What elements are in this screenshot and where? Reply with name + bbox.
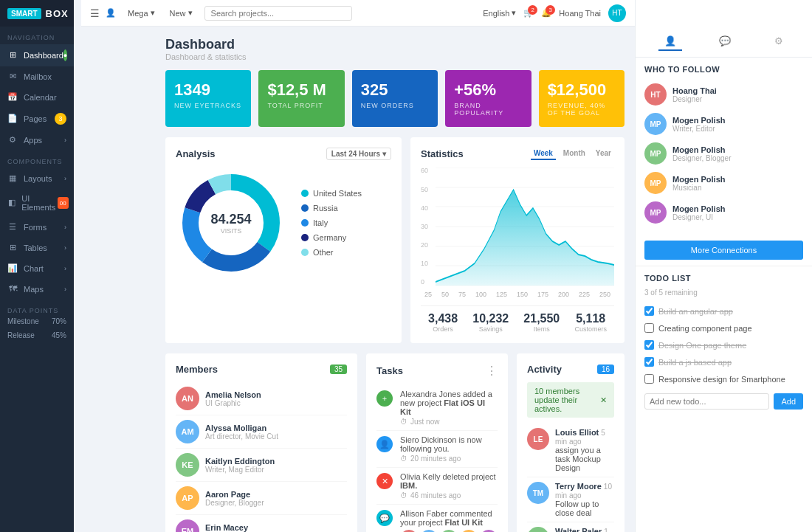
analysis-title: Analysis — [176, 148, 215, 159]
member-aaron: AP Aaron Page Designer, Blogger — [176, 482, 347, 515]
sidebar-item-forms[interactable]: ☰Forms › — [0, 217, 74, 238]
member-info-aaron: Aaron Page Designer, Blogger — [205, 490, 264, 507]
donut-center: 84.254 VISITS — [210, 212, 251, 235]
todo-5: Responsive design for Smartphone — [644, 370, 803, 387]
activity-avatar-3: WP — [527, 527, 549, 532]
follow-info-2: Mogen Polish Writer, Editor — [672, 116, 726, 133]
task-time-2: ⏱ 20 minutes ago — [400, 455, 498, 463]
todo-add-button[interactable]: Add — [774, 393, 803, 410]
task-content-2: Siero Dickinson is now following you. ⏱ … — [400, 435, 498, 463]
who-to-follow-title: Who to follow — [644, 65, 803, 74]
stat-value-revenue: $12,500 — [548, 80, 616, 100]
follow-info-1: Hoang Thai Designer — [672, 86, 717, 103]
sidebar-item-maps[interactable]: 🗺Maps › — [0, 279, 74, 300]
member-avatar-kaitlyn: KE — [176, 453, 199, 477]
search-input[interactable] — [204, 6, 352, 21]
todo-checkbox-2[interactable] — [644, 323, 654, 333]
activity-avatar-2: TM — [527, 482, 549, 504]
member-kaitlyn: KE Kaitlyn Eddington Writer, Mag Editor — [176, 449, 347, 482]
mailbox-icon: ✉ — [7, 72, 18, 82]
hamburger-button[interactable]: ☰ — [90, 7, 100, 19]
rp-tab-chat[interactable]: 💬 — [713, 32, 737, 51]
rp-tab-settings[interactable]: ⚙ — [768, 32, 789, 51]
tab-week[interactable]: Week — [531, 148, 556, 160]
todo-2: Creating component page — [644, 319, 803, 336]
todo-checkbox-1[interactable] — [644, 306, 654, 316]
more-connections-button[interactable]: More Connections — [644, 241, 803, 260]
logo: SMART BOX — [0, 0, 74, 27]
layouts-icon: ▦ — [7, 173, 18, 184]
language-selector[interactable]: English ▾ — [483, 8, 516, 18]
tab-month[interactable]: Month — [560, 148, 588, 160]
sidebar-item-dashboard[interactable]: ⊞Dashboard ● — [0, 44, 74, 66]
follow-avatar-1: HT — [644, 83, 667, 106]
stat-cards: 1349 NEW EYETRACKS $12,5 M TOTAL PROFIT … — [165, 70, 625, 127]
x-axis-labels: 255075100125150175200225250 — [421, 291, 614, 298]
todo-checkbox-4[interactable] — [644, 357, 654, 367]
user-icon: 👤 — [106, 8, 116, 18]
sidebar: SMART BOX Navigation ⊞Dashboard ● ✉Mailb… — [0, 0, 74, 532]
stat-card-popularity: +56% BRAND POPULARITY — [445, 70, 531, 127]
sidebar-item-layouts[interactable]: ▦Layouts › — [0, 168, 74, 189]
follow-1: HT Hoang Thai Designer — [644, 80, 803, 109]
statistics-card: Statistics Week Month Year 60 50 40 30 2… — [410, 137, 625, 343]
cart-button[interactable]: 🛒2 — [523, 8, 534, 18]
task-1: + Alexandra Jones added a new project Fl… — [376, 385, 498, 431]
member-info-kaitlyn: Kaitlyn Eddington Writer, Mag Editor — [205, 457, 275, 474]
topbar-username: Hoang Thai — [559, 9, 601, 18]
member-info-amelia: Amelia Nelson UI Graphic — [205, 390, 261, 407]
topbar-user[interactable]: 👤 — [106, 8, 116, 18]
todo-subtitle: 3 of 5 remaining — [644, 289, 803, 297]
rp-tab-user[interactable]: 👤 — [658, 32, 682, 51]
tab-year[interactable]: Year — [593, 148, 614, 160]
apps-arrow: › — [64, 137, 66, 144]
new-menu[interactable]: New ▾ — [164, 5, 199, 21]
milestone-bar-item: Milestone 70% — [7, 317, 66, 325]
legend-dot-ru — [301, 204, 309, 212]
sidebar-item-chart[interactable]: 📊Chart › — [0, 258, 74, 279]
legend-it: Italy — [301, 218, 362, 227]
mega-menu[interactable]: Mega ▾ — [122, 5, 161, 21]
page-title: Dashboard — [165, 37, 625, 52]
metric-savings: 10,232 Savings — [472, 312, 509, 333]
activity-text-1: Louis Elliot 5 min ago assign you a task… — [555, 428, 614, 472]
stat-card-eyetracks: 1349 NEW EYETRACKS — [165, 70, 251, 127]
tasks-menu[interactable]: ⋮ — [486, 364, 498, 378]
bell-button[interactable]: 🔔3 — [541, 8, 551, 18]
follow-4: MP Mogen Polish Musician — [644, 168, 803, 198]
stat-label-popularity: BRAND POPULARITY — [454, 102, 522, 117]
legend-us: United States — [301, 189, 362, 198]
analysis-filter[interactable]: Last 24 Hours ▾ — [326, 148, 391, 160]
y-axis-labels: 60 50 40 30 20 10 0 — [421, 167, 428, 286]
activity-avatar-1: LE — [527, 428, 549, 450]
todo-checkbox-5[interactable] — [644, 374, 654, 384]
analysis-header: Analysis Last 24 Hours ▾ — [176, 148, 391, 160]
release-bar-item: Release 45% — [7, 331, 66, 339]
follow-avatar-3: MP — [644, 142, 667, 165]
tables-icon: ⊞ — [7, 243, 18, 253]
members-title: Members — [176, 364, 218, 375]
donut-chart: 84.254 VISITS — [176, 167, 286, 278]
stat-card-profit: $12,5 M TOTAL PROFIT — [258, 70, 344, 127]
activity-alert-close[interactable]: ✕ — [600, 395, 607, 405]
stat-label-profit: TOTAL PROFIT — [267, 102, 335, 109]
sidebar-item-ui-elements[interactable]: ◧UI Elements 00 — [0, 189, 74, 217]
stats-metrics: 3,438 Orders 10,232 Savings 21,550 Items… — [421, 305, 614, 333]
sidebar-item-tables[interactable]: ⊞Tables › — [0, 238, 74, 258]
user-avatar[interactable]: HT — [608, 4, 626, 22]
todo-checkbox-3[interactable] — [644, 340, 654, 350]
member-amelia: AN Amelia Nelson UI Graphic — [176, 382, 347, 415]
sidebar-item-calendar[interactable]: 📅Calendar — [0, 87, 74, 108]
tasks-card: Tasks ⋮ + Alexandra Jones added a new pr… — [366, 353, 508, 532]
legend-dot-us — [301, 190, 309, 197]
todo-add-input[interactable] — [644, 393, 769, 410]
legend-de: Germany — [301, 233, 362, 242]
stat-value-profit: $12,5 M — [267, 80, 335, 100]
sidebar-item-mailbox[interactable]: ✉Mailbox — [0, 66, 74, 87]
follow-3: MP Mogen Polish Designer, Blogger — [644, 139, 803, 168]
calendar-icon: 📅 — [7, 92, 18, 103]
sidebar-item-pages[interactable]: 📄Pages 3 — [0, 108, 74, 130]
sidebar-item-apps[interactable]: ⚙Apps › — [0, 130, 74, 151]
task-icon-2: 👤 — [376, 436, 393, 452]
donut-label: VISITS — [210, 227, 251, 235]
